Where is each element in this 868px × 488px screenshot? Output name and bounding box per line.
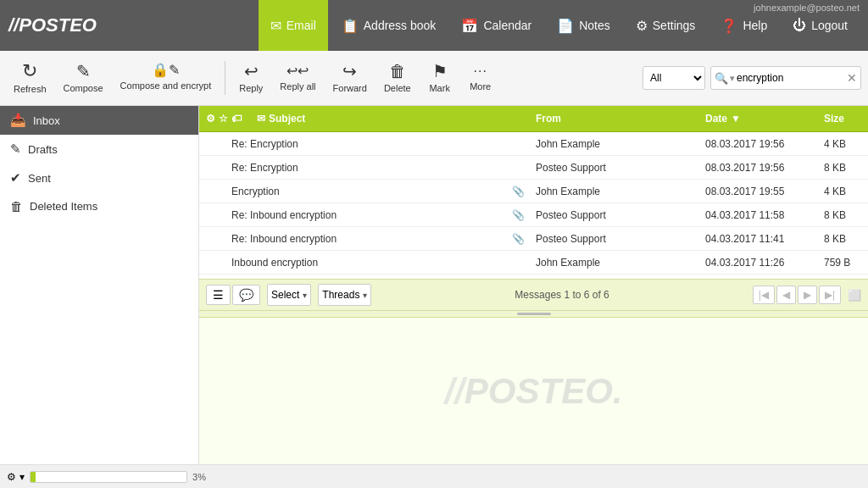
row-size-3: 4 KB: [817, 182, 868, 201]
user-email: johnexample@posteo.net: [754, 3, 860, 13]
search-input[interactable]: [737, 72, 847, 84]
drag-handle-bar: [517, 313, 551, 315]
drag-handle[interactable]: [199, 311, 868, 318]
compose-encrypt-button[interactable]: 🔒✎ Compose and encrypt: [114, 54, 219, 102]
row-size-4: 8 KB: [817, 206, 868, 225]
first-page-button[interactable]: |◀: [753, 286, 775, 304]
row-date-5: 04.03.2017 11:41: [698, 230, 817, 248]
nav-tab-calendar[interactable]: 📅 Calendar: [449, 0, 543, 51]
select-label: Select: [271, 289, 299, 301]
filter-select[interactable]: All Unread Read Flagged: [643, 66, 705, 90]
row-checkbox-2: [199, 164, 225, 171]
table-row[interactable]: Re: Encryption John Example 08.03.2017 1…: [199, 132, 868, 156]
table-row[interactable]: Re: Inbound encryption 📎 Posteo Support …: [199, 203, 868, 227]
notes-icon: 📄: [557, 18, 574, 34]
prev-page-button[interactable]: ◀: [776, 286, 796, 304]
gear-header-icon[interactable]: ⚙: [206, 113, 215, 125]
resize-handle[interactable]: ⬜: [848, 289, 861, 302]
row-checkbox-3: [199, 188, 225, 195]
sidebar: 📥 Inbox ✎ Drafts ✔ Sent 🗑 Deleted Items: [0, 106, 199, 464]
nav-tab-addressbook[interactable]: 📋 Address book: [330, 0, 448, 51]
email-list-header: ⚙ ☆ 🏷 ✉ Subject From Date ▼ Size: [199, 106, 868, 132]
reply-all-label: Reply all: [280, 81, 315, 92]
drafts-icon: ✎: [10, 141, 21, 157]
row-size-1: 4 KB: [817, 135, 868, 153]
deleted-icon: 🗑: [10, 199, 23, 214]
search-clear-button[interactable]: ✕: [847, 71, 857, 85]
row-from-1: John Example: [529, 135, 698, 153]
compose-encrypt-label: Compose and encrypt: [120, 80, 212, 92]
forward-label: Forward: [333, 83, 367, 93]
table-row[interactable]: Re: Encryption Posteo Support 08.03.2017…: [199, 156, 868, 180]
compose-encrypt-icon: 🔒✎: [152, 64, 180, 77]
last-page-button[interactable]: ▶|: [819, 286, 841, 304]
table-row[interactable]: Inbound encryption John Example 04.03.20…: [199, 251, 868, 274]
mark-icon: ⚑: [432, 63, 448, 80]
select-dropdown[interactable]: Select ▾: [267, 284, 311, 306]
table-row[interactable]: Re: Inbound encryption 📎 Posteo Support …: [199, 227, 868, 251]
compose-icon: ✎: [76, 63, 91, 80]
row-from-4: Posteo Support: [529, 206, 698, 225]
sidebar-item-sent[interactable]: ✔ Sent: [0, 164, 198, 192]
nav-tab-help-label: Help: [743, 19, 767, 32]
reply-button[interactable]: ↩ Reply: [232, 54, 270, 102]
email-content: ⚙ ☆ 🏷 ✉ Subject From Date ▼ Size: [199, 106, 868, 464]
reply-all-button[interactable]: ↩↩ Reply all: [273, 54, 322, 102]
compose-button[interactable]: ✎ Compose: [57, 54, 110, 102]
sidebar-item-inbox-label: Inbox: [33, 114, 60, 127]
logo: //POSTEO: [8, 14, 97, 36]
header-controls: ⚙ ☆ 🏷: [199, 106, 250, 131]
more-button[interactable]: ··· More: [462, 54, 499, 102]
tag-header-icon[interactable]: 🏷: [231, 113, 242, 125]
delete-button[interactable]: 🗑 Delete: [377, 54, 418, 102]
sidebar-item-inbox[interactable]: 📥 Inbox: [0, 106, 198, 135]
header-date[interactable]: Date ▼: [698, 106, 817, 131]
nav-tab-logout-label: Logout: [811, 19, 848, 32]
sidebar-item-drafts[interactable]: ✎ Drafts: [0, 135, 198, 164]
mark-button[interactable]: ⚑ Mark: [421, 54, 459, 102]
main-content: 📥 Inbox ✎ Drafts ✔ Sent 🗑 Deleted Items …: [0, 106, 868, 464]
settings-gear-arrow: ▾: [19, 471, 25, 483]
row-size-5: 8 KB: [817, 230, 868, 248]
pagination-bar: ☰ 💬 Select ▾ Threads ▾ Messages 1 to 6 o…: [199, 279, 868, 311]
next-page-button[interactable]: ▶: [798, 286, 817, 304]
sidebar-item-drafts-label: Drafts: [28, 143, 58, 156]
search-filter-indicator: ▾: [730, 73, 735, 84]
threads-dropdown[interactable]: Threads ▾: [318, 284, 371, 306]
sidebar-item-deleted[interactable]: 🗑 Deleted Items: [0, 192, 198, 220]
row-attach-1: [509, 141, 529, 147]
settings-gear-button[interactable]: ⚙ ▾: [7, 471, 25, 483]
row-attach-2: [509, 164, 529, 171]
view-toggle: ☰ 💬: [206, 285, 260, 305]
reply-label: Reply: [239, 83, 263, 93]
star-header-icon[interactable]: ☆: [219, 113, 228, 125]
row-checkbox-6: [199, 259, 225, 266]
nav-tab-notes[interactable]: 📄 Notes: [545, 0, 622, 51]
page-nav: |◀ ◀ ▶ ▶|: [753, 286, 841, 304]
forward-button[interactable]: ↪ Forward: [326, 54, 374, 102]
settings-icon: ⚙: [636, 18, 648, 34]
row-subject-3: Encryption: [225, 182, 509, 201]
sent-icon: ✔: [10, 170, 21, 186]
toolbar: ↻ Refresh ✎ Compose 🔒✎ Compose and encry…: [0, 51, 868, 106]
row-from-3: John Example: [529, 182, 698, 201]
row-size-2: 8 KB: [817, 158, 868, 177]
table-row[interactable]: Encryption 📎 John Example 08.03.2017 19:…: [199, 180, 868, 203]
preview-logo-prefix: //: [444, 371, 464, 411]
reply-all-icon: ↩↩: [287, 64, 309, 78]
refresh-button[interactable]: ↻ Refresh: [7, 54, 53, 102]
search-box: 🔍 ▾ ✕: [710, 66, 861, 90]
nav-tab-email[interactable]: ✉ Email: [259, 0, 328, 51]
row-date-6: 04.03.2017 11:26: [698, 253, 817, 272]
toolbar-search: All Unread Read Flagged 🔍 ▾ ✕: [643, 66, 861, 90]
list-view-button[interactable]: ☰: [206, 285, 231, 305]
row-subject-5: Re: Inbound encryption: [225, 230, 509, 248]
sidebar-item-deleted-label: Deleted Items: [30, 200, 97, 213]
row-checkbox-4: [199, 212, 225, 219]
conversation-view-button[interactable]: 💬: [232, 285, 260, 305]
refresh-label: Refresh: [14, 84, 47, 94]
settings-gear-icon: ⚙: [7, 471, 16, 483]
nav-tab-addressbook-label: Address book: [364, 19, 437, 32]
nav-tab-settings[interactable]: ⚙ Settings: [624, 0, 708, 51]
storage-area: ⚙ ▾ 3%: [7, 471, 206, 483]
